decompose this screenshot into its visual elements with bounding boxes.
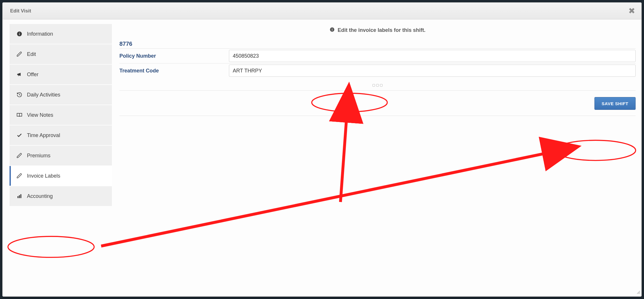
sidebar-item-invoice-labels[interactable]: Invoice Labels [10,166,112,186]
treatment-code-label: Treatment Code [119,65,229,76]
sidebar-item-premiums[interactable]: Premiums [10,146,112,165]
sidebar-item-time-approval[interactable]: Time Approval [10,125,112,145]
bullhorn-icon [17,72,22,77]
sidebar-item-edit[interactable]: Edit [10,44,112,64]
modal-title: Edit Visit [10,8,31,14]
section-id: 8776 [119,41,636,47]
sidebar-item-daily-activities[interactable]: Daily Activities [10,85,112,105]
sidebar: Information Edit Offer Daily Activities [3,19,112,296]
sidebar-item-label: View Notes [27,112,53,118]
sidebar-item-accounting[interactable]: Accounting [10,186,112,206]
svg-rect-8 [332,28,332,29]
sidebar-item-label: Daily Activities [27,92,60,98]
sidebar-item-label: Time Approval [27,132,60,138]
pencil-icon [17,173,22,179]
sidebar-item-label: Information [27,31,53,37]
resize-handle-icon[interactable] [636,290,640,295]
bar-chart-icon [17,193,22,199]
sidebar-item-offer[interactable]: Offer [10,65,112,84]
sidebar-item-label: Edit [27,51,36,57]
history-icon [17,92,22,98]
actions-row: SAVE SHIFT [119,91,636,116]
sidebar-item-view-notes[interactable]: View Notes [10,105,112,125]
close-icon[interactable]: ✖ [628,7,635,15]
svg-rect-1 [19,33,20,35]
modal-header: Edit Visit ✖ [3,3,641,19]
helper-banner: Edit the invoice labels for this shift. [119,27,636,34]
svg-rect-7 [332,29,332,31]
modal-body: Information Edit Offer Daily Activities [3,19,641,296]
sidebar-item-information[interactable]: Information [10,24,112,44]
content-panel: Edit the invoice labels for this shift. … [112,19,641,296]
svg-rect-3 [17,196,18,198]
svg-rect-5 [20,194,21,198]
pencil-icon [17,51,22,57]
info-circle-icon [330,27,335,34]
treatment-code-input[interactable] [229,65,636,77]
pencil-icon [17,153,22,158]
sidebar-item-label: Accounting [27,193,53,199]
policy-number-input[interactable] [229,50,636,62]
check-icon [17,132,22,138]
svg-rect-4 [19,195,20,198]
svg-rect-2 [19,32,20,33]
field-row-policy-number: Policy Number [119,48,636,63]
policy-number-label: Policy Number [119,51,229,61]
sidebar-item-label: Offer [27,72,39,78]
book-open-icon [17,112,22,118]
info-circle-icon [17,31,22,37]
sidebar-item-label: Invoice Labels [27,173,60,179]
section-separator [119,78,636,91]
sidebar-item-label: Premiums [27,153,50,159]
field-row-treatment-code: Treatment Code [119,63,636,78]
helper-text: Edit the invoice labels for this shift. [338,27,425,33]
save-shift-button[interactable]: SAVE SHIFT [594,97,636,110]
edit-visit-modal: Edit Visit ✖ Information Edit Of [2,2,642,297]
